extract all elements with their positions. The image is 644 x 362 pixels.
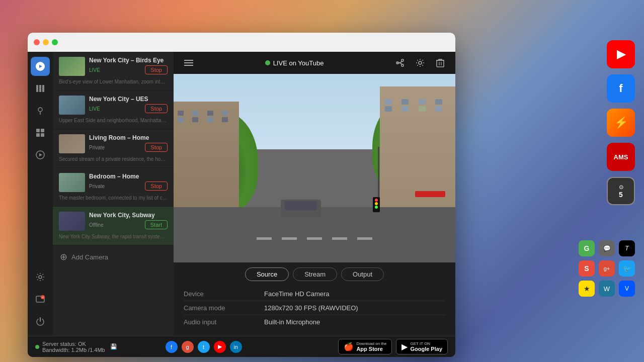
mini-icon-vimeo[interactable]: V (619, 281, 635, 297)
mini-icon-chat[interactable]: 💬 (599, 240, 615, 256)
desktop-icon-youtube[interactable]: ▶ (607, 40, 635, 68)
camera-desc-5: New York City Subway, the rapid transit … (59, 233, 168, 240)
svg-rect-2 (36, 85, 38, 92)
camera-stop-btn-3[interactable]: Stop (145, 143, 168, 152)
desktop-icon-facebook[interactable]: f (607, 74, 635, 103)
social-youtube[interactable]: ▶ (214, 341, 226, 353)
camera-name-2: New York City – UES (89, 96, 168, 103)
social-linkedin[interactable]: in (230, 341, 242, 353)
awning (415, 191, 445, 197)
app-store-badge[interactable]: 🍎 Download on the App Store (338, 339, 392, 354)
close-button[interactable] (34, 39, 40, 45)
camera-info-5: New York City, Subway Offline Start (89, 212, 168, 229)
camera-header-3: Living Room – Home Private Stop (59, 134, 168, 153)
server-status-ok: Server status: OK (42, 341, 105, 347)
sidebar-item-play[interactable] (31, 145, 50, 164)
camera-status-row-3: Private Stop (89, 143, 168, 152)
svg-marker-11 (39, 153, 42, 156)
svg-rect-3 (39, 85, 41, 92)
mini-icon-t-text[interactable]: T (619, 240, 635, 256)
social-google[interactable]: g (182, 341, 194, 353)
add-camera-label: Add Camera (71, 253, 108, 261)
mini-icon-wp[interactable]: W (599, 281, 615, 297)
camera-stop-btn-2[interactable]: Stop (145, 104, 168, 113)
tab-output[interactable]: Output (341, 267, 384, 281)
icon-row-1: G 💬 T (579, 240, 635, 256)
camera-desc-2: Upper East Side and neighborhood, Manhat… (59, 117, 168, 124)
camera-list: New York City – Birds Eye LIVE Stop Bird… (53, 52, 174, 336)
mini-icon-star[interactable]: ★ (579, 281, 595, 297)
google-play-badge-text: GET IT ON Google Play (410, 341, 442, 352)
camera-item-1[interactable]: New York City – Birds Eye LIVE Stop Bird… (53, 52, 174, 90)
server-bandwidth: Bandwidth: 1.2Mb /1.4Mb (42, 347, 105, 353)
camera-item-2[interactable]: New York City – UES LIVE Stop Upper East… (53, 90, 174, 129)
camera-stop-btn-4[interactable]: Stop (145, 182, 168, 191)
mini-icon-twitter[interactable]: 🐦 (619, 260, 635, 277)
google-play-main: Google Play (410, 346, 442, 352)
camera-start-btn-5[interactable]: Start (145, 220, 168, 229)
google-play-badge[interactable]: ▶ GET IT ON Google Play (396, 339, 448, 354)
desktop-icon-thunder[interactable]: ⚡ (607, 109, 635, 137)
bottom-controls: Source Stream Output Device FaceTime HD … (174, 262, 455, 336)
social-facebook[interactable]: f (166, 341, 178, 353)
camera-status-row-2: LIVE Stop (89, 104, 168, 113)
car (281, 200, 321, 217)
delete-button[interactable] (433, 55, 448, 70)
svg-point-5 (38, 108, 42, 112)
traffic-light (373, 147, 380, 212)
camera-item-4[interactable]: Bedroom – Home Private Stop The master b… (53, 168, 174, 207)
sidebar: + (28, 52, 53, 336)
sidebar-item-library[interactable] (31, 79, 50, 98)
live-indicator: LIVE on YouTube (201, 59, 387, 67)
sidebar-item-settings[interactable] (31, 267, 50, 287)
camera-status-2: LIVE (89, 106, 100, 112)
camera-stop-btn-1[interactable]: Stop (145, 65, 168, 74)
mini-icon-gplus[interactable]: g+ (599, 260, 615, 277)
sidebar-item-location[interactable] (31, 101, 50, 120)
sidebar-item-home[interactable] (31, 57, 50, 76)
desktop-icons-bottom: G 💬 T S g+ 🐦 ★ W V (579, 240, 635, 297)
sidebar-item-power[interactable] (31, 312, 50, 331)
minimize-button[interactable] (43, 39, 49, 45)
tab-stream[interactable]: Stream (293, 267, 337, 281)
icon-row-2: S g+ 🐦 (579, 260, 635, 277)
camera-info-3: Living Room – Home Private Stop (89, 134, 168, 152)
mini-icon-s[interactable]: S (579, 260, 595, 277)
maximize-button[interactable] (52, 39, 58, 45)
camera-desc-1: Bird's-eye view of Lower Manhattan, zoom… (59, 78, 168, 85)
social-twitter[interactable]: t (198, 341, 210, 353)
share-button[interactable] (392, 55, 408, 70)
street-scene (174, 74, 455, 262)
settings-button[interactable] (413, 55, 428, 70)
desktop-icon-ams[interactable]: AMS (607, 143, 635, 171)
video-preview (174, 74, 455, 262)
audio-input-label: Audio input (184, 318, 264, 326)
menu-button[interactable] (181, 55, 196, 70)
camera-name-4: Bedroom – Home (89, 173, 168, 180)
device-value: FaceTime HD Camera (264, 290, 330, 298)
camera-item-5[interactable]: New York City, Subway Offline Start New … (53, 207, 174, 245)
top-toolbar: LIVE on YouTube (174, 52, 455, 74)
camera-name-1: New York City – Birds Eye (89, 57, 168, 64)
mini-icon-g[interactable]: G (579, 240, 595, 256)
social-icons-bar: f g t ▶ in (166, 341, 242, 353)
tab-source[interactable]: Source (245, 267, 289, 281)
app-body: + New York City – Birds Eye LI (28, 52, 455, 336)
sidebar-item-grid[interactable] (31, 123, 50, 142)
camera-item-3[interactable]: Living Room – Home Private Stop Secured … (53, 129, 174, 168)
app-store-badge-text: Download on the App Store (356, 341, 386, 352)
road-lines (257, 237, 372, 240)
live-dot (265, 60, 270, 65)
camera-desc-3: Secured stream of a private residence, t… (59, 156, 168, 162)
google-play-icon: ▶ (401, 342, 408, 351)
icon-row-3: ★ W V (579, 281, 635, 297)
add-camera-button[interactable]: ⊕ Add Camera (53, 245, 174, 268)
sidebar-item-add[interactable]: + (31, 290, 50, 309)
traffic-lights (34, 39, 58, 45)
info-row-audio-input: Audio input Built-in Microphone (184, 315, 445, 329)
building-right (380, 86, 455, 222)
desktop-icon-five[interactable]: ⊙ 5 (607, 177, 635, 205)
audio-input-value: Built-in Microphone (264, 318, 320, 326)
hdd-icon: 💾 (110, 343, 117, 350)
app-store-main: App Store (356, 346, 386, 352)
